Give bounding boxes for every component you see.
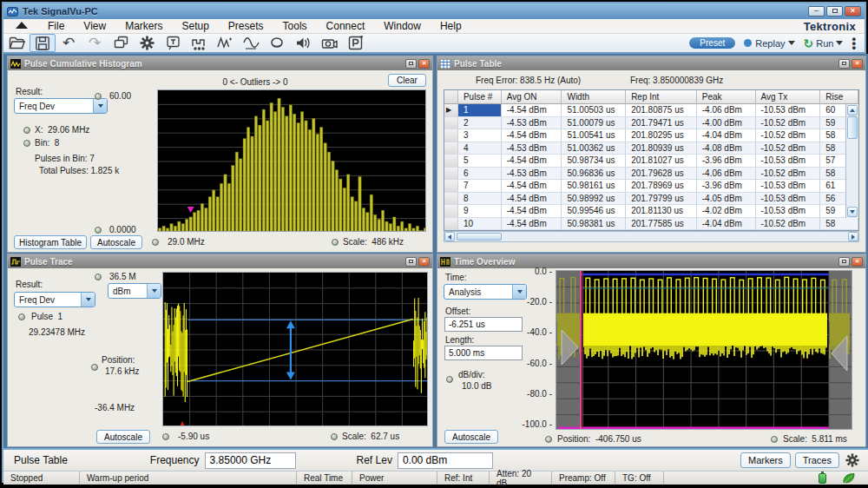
table-cell[interactable]: -4.04 dBm xyxy=(697,218,756,231)
histogram-chart[interactable] xyxy=(157,89,426,232)
table-cell[interactable]: -4.06 dBm xyxy=(697,104,756,117)
menu-item-file[interactable]: File xyxy=(38,20,74,32)
markers-button[interactable]: Markers xyxy=(740,452,791,468)
row-selector[interactable] xyxy=(444,129,458,142)
scroll-down-button[interactable] xyxy=(847,207,858,217)
table-cell[interactable]: -10.53 dBm xyxy=(756,193,821,206)
table-cell[interactable]: -4.05 dBm xyxy=(697,193,756,206)
table-cell[interactable]: -10.53 dBm xyxy=(756,205,821,218)
time-overview-chart[interactable] xyxy=(556,270,852,430)
time-overview-close-button[interactable]: × xyxy=(852,257,863,267)
table-cell[interactable]: 4 xyxy=(458,142,502,155)
pulse-trace-restore-button[interactable] xyxy=(405,257,417,267)
column-header-avg-on[interactable]: Avg ON xyxy=(502,90,562,104)
table-row[interactable]: ▶1-4.54 dBm51.00503 us201.80875 us-4.06 … xyxy=(444,104,858,117)
table-row[interactable]: 6-4.53 dBm50.96836 us201.79628 us-4.06 d… xyxy=(444,168,858,181)
row-selector[interactable]: ▶ xyxy=(444,104,458,117)
menu-item-window[interactable]: Window xyxy=(374,20,431,32)
table-cell[interactable]: 3 xyxy=(458,129,502,142)
table-cell[interactable]: 201.77585 us xyxy=(626,218,697,231)
table-cell[interactable]: 50.98381 us xyxy=(562,218,626,231)
trace-scale-knob[interactable] xyxy=(331,433,338,440)
table-cell[interactable]: -4.00 dBm xyxy=(697,117,756,130)
table-cell[interactable]: -4.53 dBm xyxy=(502,142,562,155)
horizontal-scrollbar[interactable] xyxy=(444,231,859,242)
column-header-avg-tx[interactable]: Avg Tx xyxy=(756,90,821,104)
overview-position-knob[interactable] xyxy=(545,436,552,443)
pulse-measurement-icon[interactable] xyxy=(186,34,212,52)
trace-result-dropdown[interactable]: Freq Dev xyxy=(14,292,95,307)
save-icon[interactable] xyxy=(30,34,56,52)
presets-p-icon[interactable] xyxy=(342,34,368,52)
overview-scale-knob[interactable] xyxy=(771,436,778,443)
x-start-knob[interactable] xyxy=(152,239,159,246)
offset-input[interactable] xyxy=(444,317,523,332)
column-header-pulse-[interactable]: Pulse # xyxy=(458,90,502,104)
ymin-knob[interactable] xyxy=(95,227,102,234)
menu-item-tools[interactable]: Tools xyxy=(273,20,317,32)
trace-pulse-knob[interactable] xyxy=(18,313,25,320)
table-cell[interactable]: 50.96836 us xyxy=(562,168,626,181)
table-cell[interactable]: 58 xyxy=(820,218,858,231)
row-selector[interactable] xyxy=(444,155,458,168)
histogram-close-button[interactable]: × xyxy=(418,59,430,69)
table-cell[interactable]: 7 xyxy=(458,180,502,193)
table-cell[interactable]: 201.79628 us xyxy=(626,168,697,181)
vertical-scroll-thumb[interactable] xyxy=(847,116,858,139)
row-selector[interactable] xyxy=(444,205,458,218)
marker-bin-knob[interactable] xyxy=(23,140,30,147)
table-cell[interactable]: -4.54 dBm xyxy=(502,155,562,168)
table-cell[interactable]: -3.96 dBm xyxy=(697,155,756,168)
table-cell[interactable]: -4.54 dBm xyxy=(502,129,562,142)
table-row[interactable]: 9-4.54 dBm50.99546 us201.81130 us-4.02 d… xyxy=(444,205,858,218)
settings-gear-button[interactable] xyxy=(844,452,861,469)
table-row[interactable]: 4-4.53 dBm51.00362 us201.80939 us-4.08 d… xyxy=(444,142,858,155)
table-cell[interactable]: -10.52 dBm xyxy=(756,168,821,181)
table-row[interactable]: 8-4.54 dBm50.98992 us201.79799 us-4.05 d… xyxy=(444,193,858,206)
table-cell[interactable]: 6 xyxy=(458,168,502,181)
histogram-panel-header[interactable]: Pulse Cumulative Histogram × xyxy=(8,56,432,70)
pulse-trace-chart[interactable] xyxy=(162,272,428,426)
table-cell[interactable]: -4.02 dBm xyxy=(697,205,756,218)
table-cell[interactable]: -4.53 dBm xyxy=(502,117,562,130)
histogram-result-dropdown[interactable]: Freq Dev xyxy=(14,98,108,114)
displays-icon[interactable] xyxy=(108,34,134,52)
table-cell[interactable]: -4.08 dBm xyxy=(697,142,756,155)
table-cell[interactable]: 51.00503 us xyxy=(562,104,626,117)
undo-icon[interactable]: ↶ xyxy=(56,34,82,52)
table-cell[interactable]: 50.98161 us xyxy=(562,180,626,193)
overflow-menu-icon[interactable]: ••• xyxy=(852,36,856,49)
menu-item-presets[interactable]: Presets xyxy=(219,20,273,32)
table-row[interactable]: 7-4.54 dBm50.98161 us201.78969 us-3.96 d… xyxy=(444,180,858,193)
audio-icon[interactable] xyxy=(290,34,316,52)
time-overview-restore-button[interactable] xyxy=(838,257,850,267)
table-cell[interactable]: -4.53 dBm xyxy=(502,168,562,181)
column-header-rep-int[interactable]: Rep Int xyxy=(626,90,697,104)
table-cell[interactable]: 2 xyxy=(458,117,502,130)
pulse-table[interactable]: Pulse #Avg ONWidthRep IntPeakAvg TxRise▶… xyxy=(444,89,859,231)
pulse-table-panel-header[interactable]: Pulse Table × xyxy=(437,56,865,70)
pulse-trace-close-button[interactable]: × xyxy=(418,257,430,267)
table-cell[interactable]: -4.54 dBm xyxy=(502,104,562,117)
clear-button[interactable]: Clear xyxy=(388,74,426,87)
histogram-table-button[interactable]: Histogram Table xyxy=(14,235,87,249)
column-header-rise[interactable]: Rise xyxy=(820,90,858,104)
table-cell[interactable]: 8 xyxy=(458,193,502,206)
time-overview-panel-header[interactable]: Time Overview × xyxy=(437,254,865,268)
table-cell[interactable]: 201.79471 us xyxy=(626,117,697,130)
table-cell[interactable]: 51.00541 us xyxy=(562,129,626,142)
table-cell[interactable]: 50.98734 us xyxy=(562,155,626,168)
pulse-trace-panel-header[interactable]: Pulse Trace × xyxy=(8,254,432,268)
ref-lev-input[interactable] xyxy=(398,452,493,469)
trace-icon[interactable] xyxy=(238,34,264,52)
menu-item-connect[interactable]: Connect xyxy=(317,20,375,32)
histogram-restore-button[interactable] xyxy=(405,59,417,69)
marker-x-knob[interactable] xyxy=(23,127,30,134)
row-selector[interactable] xyxy=(444,168,458,181)
table-cell[interactable]: -10.52 dBm xyxy=(756,142,821,155)
table-cell[interactable]: -10.52 dBm xyxy=(756,117,821,130)
row-selector[interactable] xyxy=(444,218,458,231)
table-cell[interactable]: 201.78969 us xyxy=(626,180,697,193)
settings-gear-icon[interactable] xyxy=(134,34,160,52)
table-cell[interactable]: 10 xyxy=(458,218,502,231)
